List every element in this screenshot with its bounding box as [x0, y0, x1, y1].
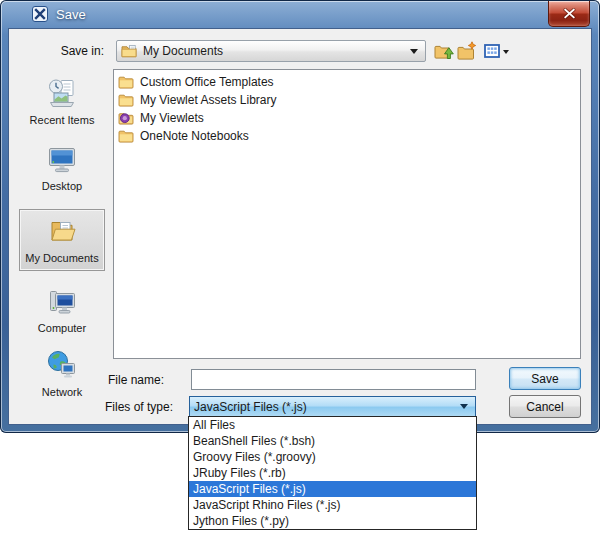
viewlet-folder-icon: [118, 110, 134, 126]
type-option[interactable]: Jython Files (*.py): [189, 513, 476, 529]
type-option[interactable]: All Files: [189, 417, 476, 433]
files-of-type-label: Files of type:: [105, 400, 173, 414]
sidebar-item-label: Recent Items: [18, 114, 106, 126]
sidebar-item-label: Computer: [18, 322, 106, 334]
file-name-input[interactable]: [191, 369, 476, 390]
save-in-label: Save in:: [29, 44, 104, 58]
dialog-content: Save in: My Documents: [8, 28, 592, 425]
type-option[interactable]: BeanShell Files (*.bsh): [189, 433, 476, 449]
app-icon: [32, 6, 48, 22]
file-list[interactable]: Custom Office Templates My Viewlet Asset…: [113, 69, 581, 359]
chevron-down-icon: [503, 50, 509, 57]
up-one-level-icon: [434, 41, 454, 61]
chevron-down-icon: [410, 49, 418, 58]
save-in-value: My Documents: [143, 44, 223, 58]
desktop-icon: [46, 143, 78, 175]
file-list-item-label: Custom Office Templates: [140, 75, 274, 89]
create-new-folder-button[interactable]: [456, 40, 478, 62]
file-list-item[interactable]: OneNote Notebooks: [118, 127, 580, 145]
file-list-item-label: My Viewlet Assets Library: [140, 93, 277, 107]
type-option[interactable]: JavaScript Files (*.js): [189, 481, 476, 497]
file-list-item[interactable]: Custom Office Templates: [118, 73, 580, 91]
save-dialog-window: Save Save in: My Documents: [0, 0, 600, 433]
sidebar-item[interactable]: Recent Items: [18, 72, 106, 126]
sidebar-item[interactable]: My Documents: [19, 209, 105, 271]
files-of-type-combobox[interactable]: JavaScript Files (*.js): [189, 396, 476, 417]
sidebar-item-label: My Documents: [20, 252, 104, 264]
create-new-folder-icon: [457, 41, 477, 61]
file-list-item[interactable]: My Viewlet Assets Library: [118, 91, 580, 109]
type-option[interactable]: JavaScript Rhino Files (*.js): [189, 497, 476, 513]
titlebar[interactable]: Save: [0, 0, 600, 28]
window-title: Save: [56, 7, 86, 22]
save-button[interactable]: Save: [509, 367, 581, 390]
folder-icon: [118, 74, 134, 90]
folder-icon: [118, 92, 134, 108]
sidebar-item[interactable]: Desktop: [18, 138, 106, 192]
files-of-type-dropdown: All Files BeanShell Files (*.bsh) Groovy…: [188, 416, 477, 530]
sidebar-item-label: Network: [18, 386, 106, 398]
sidebar-item[interactable]: Network: [18, 344, 106, 398]
files-of-type-value: JavaScript Files (*.js): [194, 400, 307, 414]
network-icon: [46, 349, 78, 381]
chevron-down-icon: [460, 404, 468, 413]
sidebar-item-label: Desktop: [18, 180, 106, 192]
recent-items-icon: [46, 77, 78, 109]
view-menu-icon: [484, 43, 500, 59]
my-documents-icon: [46, 215, 78, 247]
file-list-item-label: My Viewlets: [140, 111, 204, 125]
file-list-item[interactable]: My Viewlets: [118, 109, 580, 127]
computer-icon: [46, 285, 78, 317]
cancel-button[interactable]: Cancel: [509, 395, 581, 418]
save-in-combobox[interactable]: My Documents: [116, 40, 426, 62]
my-documents-small-icon: [121, 43, 137, 59]
file-name-label: File name:: [108, 373, 164, 387]
view-menu-button[interactable]: [480, 40, 512, 62]
type-option[interactable]: JRuby Files (*.rb): [189, 465, 476, 481]
file-list-item-label: OneNote Notebooks: [140, 129, 249, 143]
close-icon: [563, 8, 576, 19]
up-one-level-button[interactable]: [433, 40, 455, 62]
sidebar-item[interactable]: Computer: [18, 280, 106, 334]
folder-icon: [118, 128, 134, 144]
close-button[interactable]: [548, 1, 590, 27]
type-option[interactable]: Groovy Files (*.groovy): [189, 449, 476, 465]
